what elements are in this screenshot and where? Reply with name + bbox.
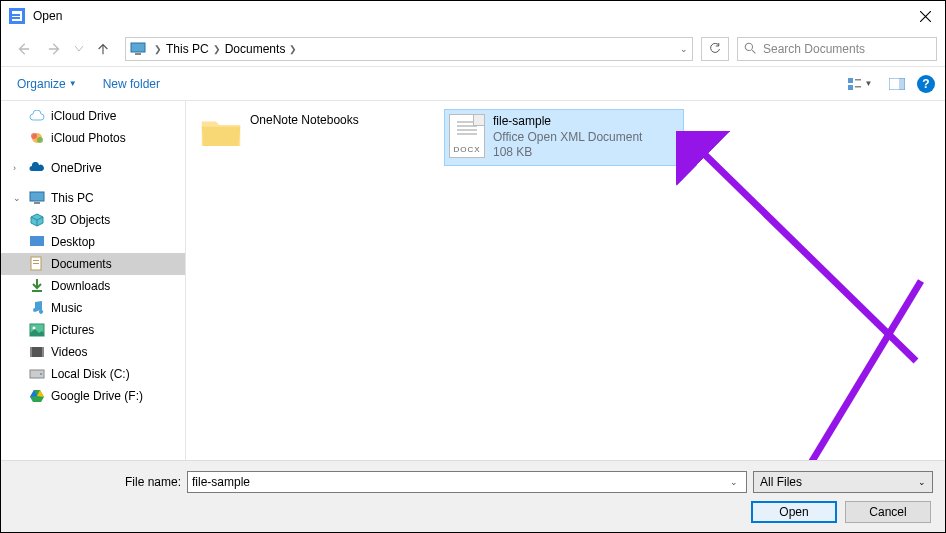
thispc-icon [29,191,45,205]
view-options-button[interactable]: ▼ [843,73,877,95]
videos-icon [29,345,45,359]
svg-rect-21 [30,347,44,357]
svg-point-2 [745,43,752,50]
3d-icon [29,213,45,227]
sidebar-item-desktop[interactable]: Desktop [1,231,185,253]
file-ext-label: DOCX [453,145,480,154]
sidebar: iCloud Drive iCloud Photos ›OneDrive ⌄Th… [1,101,186,481]
sidebar-item-documents[interactable]: Documents [1,253,185,275]
gdrive-icon [29,389,45,403]
nav-up-button[interactable] [89,35,117,63]
chevron-down-icon[interactable]: ⌄ [726,477,742,487]
sidebar-item-thispc[interactable]: ⌄This PC [1,187,185,209]
chevron-right-icon: ❯ [154,44,162,54]
svg-rect-17 [33,263,39,264]
svg-point-20 [33,327,36,330]
nav-forward-button[interactable] [41,35,69,63]
sidebar-item-music[interactable]: Music [1,297,185,319]
svg-rect-0 [131,43,145,52]
refresh-icon [709,43,721,55]
search-placeholder: Search Documents [763,42,865,56]
sidebar-item-iclouddrive[interactable]: iCloud Drive [1,105,185,127]
folder-icon [200,113,242,151]
recent-locations-button[interactable] [73,46,85,52]
chevron-down-icon: ▼ [69,79,77,88]
svg-rect-4 [848,85,853,90]
cancel-button[interactable]: Cancel [845,501,931,523]
preview-icon [889,78,905,90]
sidebar-item-label: Local Disk (C:) [51,367,130,381]
chevron-down-icon[interactable]: ⌄ [680,44,688,54]
file-size: 108 KB [493,145,642,161]
app-icon [9,8,25,24]
open-label: Open [779,505,808,519]
sidebar-item-label: Downloads [51,279,110,293]
sidebar-item-downloads[interactable]: Downloads [1,275,185,297]
help-button[interactable]: ? [917,75,935,93]
sidebar-item-googledrive[interactable]: Google Drive (F:) [1,385,185,407]
file-list[interactable]: OneNote Notebooks DOCX file-sample Offic… [186,101,945,481]
sidebar-item-label: Documents [51,257,112,271]
disk-icon [29,368,45,380]
crumb-thispc[interactable]: This PC [166,42,209,56]
open-button[interactable]: Open [751,501,837,523]
svg-rect-23 [42,347,44,357]
sidebar-item-pictures[interactable]: Pictures [1,319,185,341]
crumb-documents[interactable]: Documents [225,42,286,56]
address-bar[interactable]: ❯ This PC ❯ Documents ❯ ⌄ [125,37,693,61]
nav-bar: ❯ This PC ❯ Documents ❯ ⌄ Search Documen… [1,31,945,67]
newfolder-button[interactable]: New folder [103,77,160,91]
titlebar: Open [1,1,945,31]
filename-label: File name: [13,475,181,489]
chevron-right-icon: ❯ [213,44,221,54]
file-name: file-sample [493,114,642,130]
svg-point-11 [37,137,43,143]
search-box[interactable]: Search Documents [737,37,937,61]
sidebar-item-3dobjects[interactable]: 3D Objects [1,209,185,231]
svg-rect-22 [30,347,32,357]
svg-rect-18 [32,290,42,292]
svg-rect-14 [30,236,44,246]
downloads-icon [30,278,44,294]
organize-label: Organize [17,77,66,91]
svg-rect-12 [30,192,44,201]
svg-rect-16 [33,260,39,261]
photos-icon [29,131,45,145]
nav-back-button[interactable] [9,35,37,63]
pictures-icon [29,323,45,337]
sidebar-item-label: Music [51,301,82,315]
sidebar-item-label: Google Drive (F:) [51,389,143,403]
svg-rect-3 [848,78,853,83]
file-tile-document[interactable]: DOCX file-sample Office Open XML Documen… [444,109,684,166]
sidebar-item-label: Videos [51,345,87,359]
arrow-up-icon [96,42,110,56]
sidebar-item-onedrive[interactable]: ›OneDrive [1,157,185,179]
refresh-button[interactable] [701,37,729,61]
file-name: OneNote Notebooks [250,113,359,129]
chevron-right-icon: ❯ [289,44,297,54]
desktop-icon [29,235,45,249]
svg-rect-5 [855,79,861,81]
search-icon [744,42,757,55]
filter-label: All Files [760,475,802,489]
organize-button[interactable]: Organize ▼ [11,73,83,95]
sidebar-item-localdisk[interactable]: Local Disk (C:) [1,363,185,385]
docx-icon: DOCX [449,114,485,158]
filename-input[interactable] [192,475,726,489]
svg-rect-13 [34,202,40,204]
sidebar-item-label: OneDrive [51,161,102,175]
close-button[interactable] [905,1,945,31]
sidebar-item-label: iCloud Photos [51,131,126,145]
annotation-arrow [676,131,936,381]
file-tile-folder[interactable]: OneNote Notebooks [196,109,436,166]
chevron-down-icon: ▼ [865,79,873,88]
filename-input-wrapper: ⌄ [187,471,747,493]
sidebar-item-label: 3D Objects [51,213,110,227]
arrow-left-icon [16,42,30,56]
sidebar-item-icloudphotos[interactable]: iCloud Photos [1,127,185,149]
sidebar-item-videos[interactable]: Videos [1,341,185,363]
filetype-filter[interactable]: All Files ⌄ [753,471,933,493]
preview-pane-button[interactable] [885,73,909,95]
svg-rect-1 [135,53,141,55]
file-type: Office Open XML Document [493,130,642,146]
